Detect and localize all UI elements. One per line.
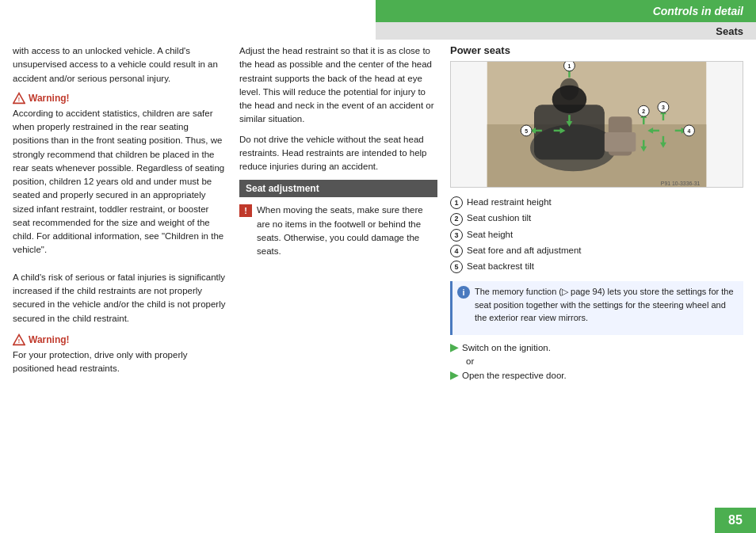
mid-column: Adjust the head restraint so that it is …	[239, 41, 437, 508]
arrow-icon-1: ▶	[450, 341, 458, 353]
svg-text:!: !	[18, 337, 20, 345]
mid-drive-text: Do not drive the vehicle without the sea…	[239, 133, 437, 174]
left-column: with access to an unlocked vehicle. A ch…	[13, 41, 227, 508]
warning-1-header: ! Warning!	[13, 92, 227, 105]
list-item: 5 Seat backrest tilt	[450, 260, 743, 273]
svg-text:1: 1	[568, 63, 571, 69]
seat-adjustment-header: Seat adjustment	[239, 180, 437, 197]
seat-list: 1 Head restraint height 2 Seat cushion t…	[450, 196, 743, 273]
svg-text:2: 2	[642, 109, 645, 114]
seat-label-3: Seat height	[467, 228, 513, 241]
warning-2-text: For your protection, drive only with pro…	[13, 348, 227, 376]
warning-box-2: ! Warning! For your protection, drive on…	[13, 333, 227, 376]
or-label: or	[466, 356, 743, 366]
page-number: 85	[728, 513, 743, 527]
info-box: i The memory function (▷ page 94) lets y…	[450, 281, 743, 335]
warning-triangle-icon: !	[13, 92, 25, 105]
seat-num-2: 2	[450, 213, 463, 226]
page-number-box: 85	[715, 508, 756, 533]
header-sub-bar: Seats	[376, 22, 756, 40]
svg-text:!: !	[18, 96, 20, 103]
note-icon: !	[239, 204, 252, 217]
svg-text:5: 5	[525, 128, 528, 134]
info-icon: i	[457, 286, 470, 299]
warning-1-label: Warning!	[29, 93, 70, 104]
seat-num-5: 5	[450, 261, 463, 273]
seat-num-4: 4	[450, 245, 463, 257]
arrow-label-1: Switch on the ignition.	[462, 343, 551, 352]
left-intro-text: with access to an unlocked vehicle. A ch…	[13, 44, 227, 86]
warning-2-label: Warning!	[29, 334, 70, 345]
warning-2-header: ! Warning!	[13, 333, 227, 346]
list-item: 1 Head restraint height	[450, 196, 743, 209]
arrow-icon-2: ▶	[450, 369, 458, 381]
arrow-item-2: ▶ Open the respective door.	[450, 369, 743, 381]
seat-label-2: Seat cushion tilt	[467, 211, 531, 224]
warning-box-1: ! Warning! According to accident statist…	[13, 92, 227, 326]
mid-intro-text: Adjust the head restraint so that it is …	[239, 44, 437, 127]
arrow-label-2: Open the respective door.	[462, 371, 567, 380]
note-text: When moving the seats, make sure there a…	[257, 204, 437, 258]
seat-diagram-box: 1 2 3 4 5 P91 10-3336-31	[450, 61, 743, 188]
list-item: 3 Seat height	[450, 228, 743, 242]
header-title: Controls in detail	[653, 5, 743, 17]
seat-label-4: Seat fore and aft adjustment	[467, 244, 581, 257]
svg-text:4: 4	[688, 128, 691, 134]
seat-num-3: 3	[450, 229, 463, 242]
power-seats-title: Power seats	[450, 44, 743, 56]
note-box: ! When moving the seats, make sure there…	[239, 204, 437, 265]
warning-triangle-icon-2: !	[13, 333, 25, 346]
seat-num-1: 1	[450, 196, 463, 209]
svg-point-7	[560, 78, 579, 101]
arrow-item-1: ▶ Switch on the ignition.	[450, 341, 743, 353]
seat-diagram-svg: 1 2 3 4 5 P91 10-3336-31	[451, 62, 743, 187]
svg-text:P91 10-3336-31: P91 10-3336-31	[661, 181, 701, 186]
list-item: 4 Seat fore and aft adjustment	[450, 244, 743, 257]
header-green-bar: Controls in detail	[376, 0, 756, 22]
seat-label-1: Head restraint height	[467, 196, 552, 208]
seat-label-5: Seat backrest tilt	[467, 260, 534, 272]
svg-text:3: 3	[662, 105, 665, 110]
list-item: 2 Seat cushion tilt	[450, 211, 743, 225]
warning-1-text: According to accident statistics, childr…	[13, 107, 227, 326]
svg-rect-9	[605, 132, 636, 152]
header-subtitle: Seats	[716, 25, 743, 37]
right-column: Power seats	[450, 41, 743, 508]
info-text: The memory function (▷ page 94) lets you…	[475, 285, 739, 325]
main-content: with access to an unlocked vehicle. A ch…	[0, 41, 756, 508]
header: Controls in detail Seats	[0, 0, 756, 25]
